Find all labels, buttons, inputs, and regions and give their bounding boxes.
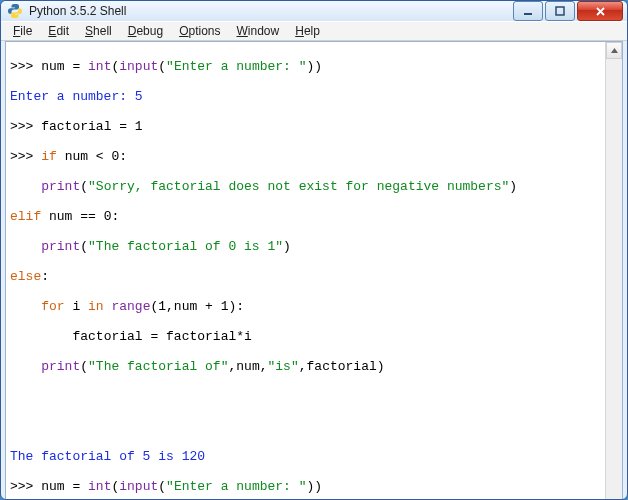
menu-window[interactable]: Window [229, 22, 288, 40]
window-title: Python 3.5.2 Shell [29, 4, 511, 18]
menu-help[interactable]: Help [287, 22, 328, 40]
titlebar[interactable]: Python 3.5.2 Shell [1, 1, 627, 21]
menu-shell[interactable]: Shell [77, 22, 120, 40]
menu-edit[interactable]: Edit [40, 22, 77, 40]
scroll-up-button[interactable] [606, 42, 622, 59]
python-app-icon [7, 3, 23, 19]
python-shell-window: Python 3.5.2 Shell File Edit Shell Debug… [0, 0, 628, 500]
svg-rect-1 [556, 7, 564, 15]
menu-options[interactable]: Options [171, 22, 228, 40]
minimize-button[interactable] [513, 1, 543, 21]
vertical-scrollbar[interactable] [605, 42, 622, 500]
close-button[interactable] [577, 1, 623, 21]
editor-area: >>> num = int(input("Enter a number: "))… [5, 41, 623, 500]
svg-rect-0 [524, 13, 532, 15]
maximize-button[interactable] [545, 1, 575, 21]
menu-debug[interactable]: Debug [120, 22, 171, 40]
shell-text[interactable]: >>> num = int(input("Enter a number: "))… [6, 42, 605, 500]
menu-bar: File Edit Shell Debug Options Window Hel… [1, 21, 627, 41]
scroll-track[interactable] [606, 59, 622, 500]
menu-file[interactable]: File [5, 22, 40, 40]
